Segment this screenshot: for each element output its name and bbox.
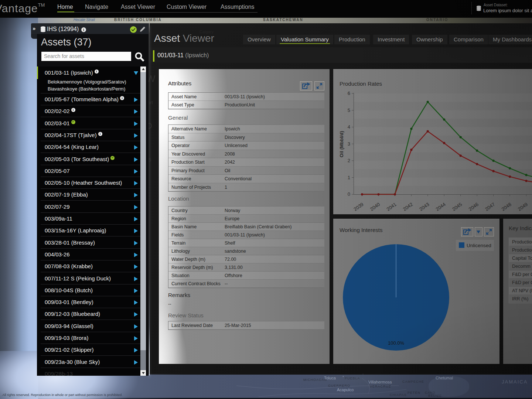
svg-text:2040: 2040	[369, 201, 381, 212]
svg-text:Oil (Mbbl/d): Oil (Mbbl/d)	[339, 131, 344, 157]
svg-text:2047: 2047	[484, 201, 496, 212]
svg-text:2041: 2041	[385, 201, 397, 212]
svg-text:2: 2	[348, 158, 350, 163]
svg-text:2043: 2043	[418, 201, 430, 212]
svg-text:1: 1	[348, 175, 350, 180]
svg-text:6: 6	[348, 91, 350, 96]
svg-text:3: 3	[348, 141, 350, 147]
svg-text:4: 4	[348, 124, 350, 130]
svg-text:2039: 2039	[352, 201, 364, 212]
svg-text:2046: 2046	[468, 201, 480, 212]
svg-text:100.0%: 100.0%	[388, 340, 405, 346]
svg-text:2049: 2049	[517, 201, 529, 212]
svg-text:2045: 2045	[451, 201, 463, 212]
svg-text:0: 0	[348, 191, 350, 197]
svg-text:5: 5	[348, 108, 350, 113]
svg-text:2042: 2042	[402, 201, 414, 212]
svg-text:2048: 2048	[501, 201, 512, 212]
svg-text:2044: 2044	[435, 201, 447, 212]
